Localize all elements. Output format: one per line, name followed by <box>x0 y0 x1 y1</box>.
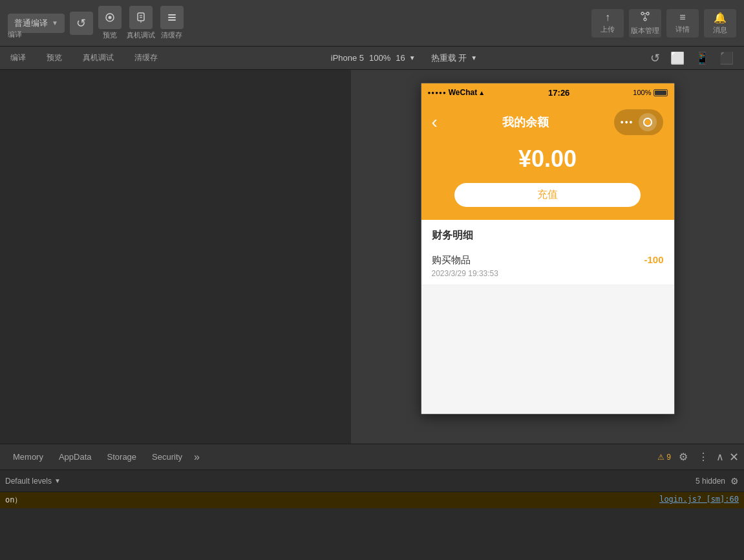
recharge-button[interactable]: 充值 <box>454 183 640 207</box>
phone-nav-bar: ‹ 我的余额 ••• <box>432 109 664 135</box>
refresh-button[interactable]: ↺ <box>70 12 93 35</box>
upload-icon: ↑ <box>605 12 610 23</box>
settings-icon[interactable]: ⚙ <box>676 449 690 464</box>
dot2: ● <box>431 90 434 96</box>
compile-sublabel: 编译 <box>8 30 22 39</box>
battery-area: 100% <box>633 89 667 96</box>
device-selector[interactable]: iPhone 5 100% 16 ▼ <box>331 53 416 63</box>
tab-memory[interactable]: Memory <box>5 448 51 466</box>
details-label: 详情 <box>675 25 690 34</box>
sub-compile-label: 编译 <box>10 52 26 63</box>
messages-button[interactable]: 🔔 消息 <box>704 9 736 38</box>
dropdown-arrow-icon: ▼ <box>52 19 58 27</box>
record-circle <box>643 118 652 127</box>
version-label: 版本管理 <box>631 26 659 36</box>
battery-fill <box>655 91 666 95</box>
filter-settings-icon[interactable]: ⚙ <box>730 476 739 486</box>
mobile-icon[interactable]: 📱 <box>695 51 709 65</box>
svg-rect-6 <box>168 14 176 16</box>
dot3: ● <box>435 90 438 96</box>
device-name: iPhone 5 <box>331 53 364 63</box>
kebab-menu-icon[interactable]: ⋮ <box>696 449 711 464</box>
refresh-circle-icon[interactable]: ↺ <box>650 51 660 65</box>
transaction-item: 购买物品 2023/3/29 19:33:53 -100 <box>421 248 674 285</box>
simulator-area: ● ● ● ● ● WeChat ▲ 17:26 100% <box>351 70 744 444</box>
svg-point-9 <box>641 12 644 15</box>
finance-title: 财务明细 <box>421 220 674 248</box>
split-icon[interactable]: ⬛ <box>719 51 734 65</box>
upload-label: 上传 <box>601 25 615 34</box>
stop-icon[interactable]: ⬜ <box>670 51 685 65</box>
dot5: ● <box>443 90 446 96</box>
sub-clear-label: 清缓存 <box>134 52 158 63</box>
sub-preview-label: 预览 <box>47 52 62 63</box>
status-time: 17:26 <box>548 88 569 98</box>
network-speed: 16 <box>396 53 405 63</box>
upload-button[interactable]: ↑ 上传 <box>591 9 624 38</box>
clear-cache-button[interactable] <box>160 6 184 29</box>
phone-header: ‹ 我的余额 ••• ¥0.00 充值 <box>421 102 674 220</box>
preview-button[interactable] <box>98 6 122 29</box>
zoom-level: 100% <box>369 53 390 63</box>
warning-triangle-icon: ⚠ <box>657 453 664 462</box>
battery-pct: 100% <box>633 89 651 96</box>
transaction-name: 购买物品 <box>432 254 498 266</box>
debug-log-area: on） login.js? [sm]:60 <box>0 492 744 560</box>
svg-rect-7 <box>168 17 176 18</box>
sub-toolbar-center: iPhone 5 100% 16 ▼ 热重载 开 ▼ <box>331 52 477 64</box>
signal-dots: ● ● ● ● ● WeChat ▲ <box>428 88 485 97</box>
main-area: ● ● ● ● ● WeChat ▲ 17:26 100% <box>0 70 744 444</box>
transaction-date: 2023/3/29 19:33:53 <box>432 269 498 278</box>
close-panel-button[interactable]: ✕ <box>729 450 739 464</box>
battery-icon <box>654 89 668 96</box>
toolbar-right: ↑ 上传 版本管理 ≡ 详情 🔔 消息 <box>591 9 736 38</box>
hidden-count-text: 5 hidden <box>696 477 725 486</box>
transaction-amount: -100 <box>644 254 663 265</box>
hot-reload-dropdown-icon: ▼ <box>471 54 477 61</box>
clear-cache-label: 清缓存 <box>161 30 182 40</box>
tab-storage[interactable]: Storage <box>100 448 145 466</box>
back-button[interactable]: ‹ <box>432 113 438 131</box>
wifi-icon: ▲ <box>478 89 485 96</box>
debug-label: 真机调试 <box>127 30 155 40</box>
details-icon: ≡ <box>679 12 685 23</box>
more-tabs-icon[interactable]: » <box>190 449 204 466</box>
svg-point-1 <box>108 16 111 19</box>
log-text: on） <box>5 495 22 504</box>
version-icon <box>639 10 651 25</box>
sub-toolbar: 编译 预览 真机调试 清缓存 iPhone 5 100% 16 ▼ 热重载 开 … <box>0 47 744 70</box>
compile-label: 普通编译 <box>14 17 48 29</box>
version-button[interactable]: 版本管理 <box>629 9 661 38</box>
record-button[interactable] <box>639 113 657 131</box>
finance-section: 财务明细 购买物品 2023/3/29 19:33:53 -100 <box>421 220 674 285</box>
preview-label: 预览 <box>103 30 117 40</box>
debug-filter-bar: Default levels ▼ 5 hidden ⚙ <box>0 470 744 492</box>
svg-point-11 <box>644 18 646 21</box>
log-source-link[interactable]: login.js? [sm]:60 <box>659 495 739 504</box>
phone-status-bar: ● ● ● ● ● WeChat ▲ 17:26 100% <box>421 83 674 102</box>
nav-actions[interactable]: ••• <box>614 109 664 135</box>
tab-appdata[interactable]: AppData <box>51 448 100 466</box>
left-panel <box>0 70 351 444</box>
balance-display: ¥0.00 <box>432 145 664 173</box>
filter-levels-arrow-icon: ▼ <box>54 477 61 484</box>
sub-toolbar-left: 编译 预览 真机调试 清缓存 <box>10 52 158 63</box>
carrier-name: WeChat <box>449 88 477 97</box>
dot1: ● <box>428 90 431 96</box>
messages-label: 消息 <box>713 25 727 35</box>
filter-levels-dropdown[interactable]: Default levels ▼ <box>5 477 61 486</box>
details-button[interactable]: ≡ 详情 <box>666 9 699 38</box>
warning-badge: ⚠ 9 <box>657 453 671 462</box>
hidden-count: 5 hidden <box>696 477 725 486</box>
tab-security[interactable]: Security <box>144 448 190 466</box>
hot-reload-selector[interactable]: 热重载 开 ▼ <box>431 52 478 64</box>
transaction-details: 购买物品 2023/3/29 19:33:53 <box>432 254 498 278</box>
page-title: 我的余额 <box>502 114 549 130</box>
minimize-panel-button[interactable]: ∧ <box>716 451 724 463</box>
device-dropdown-icon: ▼ <box>409 54 416 61</box>
dot4: ● <box>439 90 442 96</box>
filter-levels-label: Default levels <box>5 477 52 486</box>
debug-panel: Memory AppData Storage Security » ⚠ 9 ⚙ … <box>0 444 744 560</box>
svg-rect-8 <box>168 19 176 21</box>
debug-button[interactable] <box>129 6 153 29</box>
